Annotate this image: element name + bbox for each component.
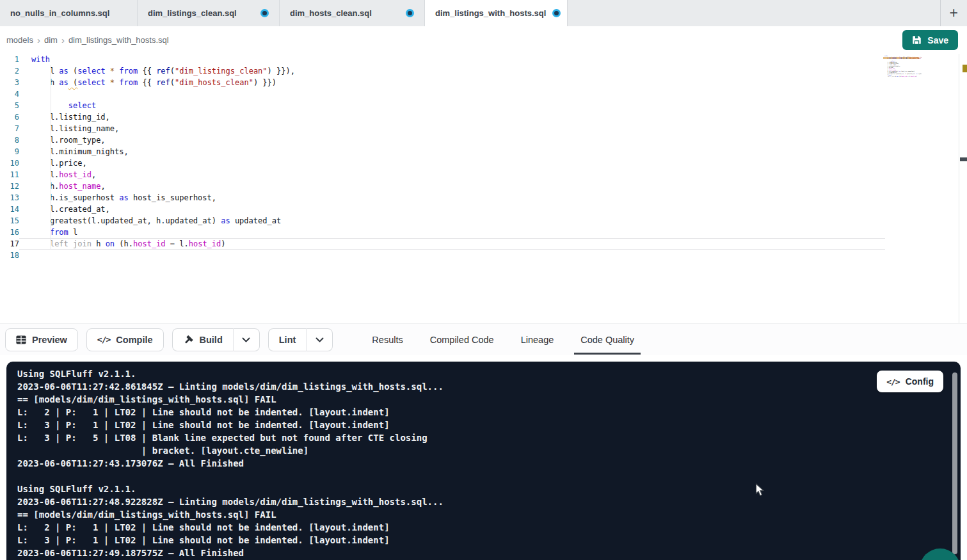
compile-button-label: Compile (116, 335, 152, 345)
line-number: 16 (0, 227, 19, 238)
overview-cursor-marker (960, 157, 967, 161)
code-line-content: h.is_superhost as host_is_superhost, (19, 192, 885, 204)
terminal-output: Using SQLFluff v2.1.1. 2023-06-06T11:27:… (6, 362, 961, 559)
line-number: 9 (0, 146, 19, 157)
code-line-4[interactable]: 4 (0, 88, 967, 100)
code-line-content: h as (select * from {{ ref("dim_hosts_cl… (19, 77, 885, 88)
code-line-18[interactable]: 18 (0, 250, 967, 261)
code-brackets-icon: </> (886, 377, 899, 387)
code-line-12[interactable]: 12 h.host_name, (0, 180, 967, 192)
code-line-5[interactable]: 5 select (0, 100, 967, 111)
code-line-1[interactable]: 1with (0, 54, 967, 65)
terminal-scrollbar-thumb[interactable] (952, 372, 957, 554)
unsaved-changes-icon (552, 9, 561, 17)
editor-action-toolbar: Preview </> Compile Build Lint (0, 323, 967, 355)
lint-button[interactable]: Lint (268, 328, 307, 351)
code-line-16[interactable]: 16 from l (0, 227, 967, 238)
lint-options-dropdown[interactable] (306, 328, 333, 351)
tab-bar-actions: + (940, 0, 967, 26)
code-line-content: h.host_name, (19, 180, 885, 192)
build-button[interactable]: Build (172, 328, 233, 351)
code-line-8[interactable]: 8 l.room_type, (0, 134, 967, 146)
line-number: 7 (0, 123, 19, 134)
code-line-7[interactable]: 7 l.listing_name, (0, 123, 967, 134)
build-button-label: Build (200, 335, 223, 345)
code-line-content: l.host_id, (19, 169, 885, 180)
open-file-tabs: no_nulls_in_columns.sqldim_listings_clea… (0, 0, 568, 26)
code-line-3[interactable]: 3 h as (select * from {{ ref("dim_hosts_… (0, 77, 967, 88)
compile-button[interactable]: </> Compile (86, 328, 164, 351)
code-lines: 1with2 l as (select * from {{ ref("dim_l… (0, 54, 967, 323)
line-number: 11 (0, 169, 19, 180)
code-line-2[interactable]: 2 l as (select * from {{ ref("dim_listin… (0, 65, 967, 77)
hammer-icon (183, 335, 194, 345)
unsaved-changes-icon (406, 9, 414, 17)
code-line-content: greatest(l.updated_at, h.updated_at) as … (19, 215, 885, 227)
config-button-label: Config (906, 376, 934, 387)
code-line-content: l.minimum_nights, (19, 146, 885, 157)
code-line-content: l.room_type, (19, 134, 885, 146)
preview-button[interactable]: Preview (5, 328, 78, 351)
code-line-9[interactable]: 9 l.minimum_nights, (0, 146, 967, 157)
breadcrumb-item-file[interactable]: dim_listings_with_hosts.sql (68, 35, 169, 45)
code-line-13[interactable]: 13 h.is_superhost as host_is_superhost, (0, 192, 967, 204)
line-number: 6 (0, 111, 19, 123)
lint-button-group: Lint (268, 328, 333, 351)
minimap[interactable]: with l as (select * from {{ ref("dim_lis… (884, 55, 922, 78)
code-line-content: l as (select * from {{ ref("dim_listings… (19, 65, 885, 77)
code-line-content: l.listing_name, (19, 123, 885, 134)
lint-button-label: Lint (279, 335, 296, 345)
new-file-button[interactable]: + (950, 6, 958, 20)
code-line-content (19, 88, 885, 100)
line-number: 4 (0, 88, 19, 100)
file-tab-dim_listings_clean.sql[interactable]: dim_listings_clean.sql (138, 0, 280, 26)
line-number: 12 (0, 180, 19, 192)
breadcrumb-separator-icon: › (37, 35, 40, 45)
line-number: 2 (0, 65, 19, 77)
code-line-11[interactable]: 11 l.host_id, (0, 169, 967, 180)
build-options-dropdown[interactable] (233, 328, 260, 351)
code-line-15[interactable]: 15 greatest(l.updated_at, h.updated_at) … (0, 215, 967, 227)
preview-button-label: Preview (32, 335, 67, 345)
line-number: 5 (0, 100, 19, 111)
chevron-down-icon (316, 337, 324, 342)
results-tab-compiled-code[interactable]: Compiled Code (429, 325, 495, 355)
lint-output-terminal: Using SQLFluff v2.1.1. 2023-06-06T11:27:… (6, 362, 961, 560)
unsaved-changes-icon (260, 9, 269, 17)
code-line-10[interactable]: 10 l.price, (0, 157, 967, 169)
file-tab-dim_hosts_clean.sql[interactable]: dim_hosts_clean.sql (280, 0, 425, 26)
line-number: 18 (0, 250, 19, 261)
minimap-line: h as (select * from {{ ref("dim_hosts_cl… (884, 58, 922, 59)
results-tab-results[interactable]: Results (371, 325, 404, 355)
code-line-content: l.created_at, (19, 204, 885, 215)
breadcrumb-item-dim[interactable]: dim (44, 35, 58, 45)
file-tab-dim_listings_with_hosts.sql[interactable]: dim_listings_with_hosts.sql (425, 0, 568, 26)
code-line-17[interactable]: 17 left join h on (h.host_id = l.host_id… (0, 238, 967, 250)
file-tab-no_nulls_in_columns.sql[interactable]: no_nulls_in_columns.sql (0, 0, 138, 26)
minimap-line: left join h on (h.host_id = l.host_id) (884, 76, 922, 77)
results-tab-code-quality[interactable]: Code Quality (579, 325, 635, 355)
code-line-content: l.price, (19, 157, 885, 169)
config-button[interactable]: </> Config (877, 371, 943, 392)
code-line-content: select (19, 100, 885, 111)
code-line-content: l.listing_id, (19, 111, 885, 123)
code-line-6[interactable]: 6 l.listing_id, (0, 111, 967, 123)
line-number: 13 (0, 192, 19, 204)
code-line-14[interactable]: 14 l.created_at, (0, 204, 967, 215)
line-number: 3 (0, 77, 19, 88)
line-number: 10 (0, 157, 19, 169)
file-tab-label: dim_listings_clean.sql (148, 8, 237, 18)
breadcrumb-separator-icon: › (61, 35, 65, 45)
code-line-content (19, 250, 885, 261)
code-line-content: from l (19, 227, 885, 238)
code-line-content: left join h on (h.host_id = l.host_id) (19, 238, 885, 250)
results-tab-lineage[interactable]: Lineage (520, 325, 555, 355)
save-button[interactable]: Save (902, 30, 958, 50)
results-tab-bar: ResultsCompiled CodeLineageCode Quality (371, 324, 635, 355)
line-number: 8 (0, 134, 19, 146)
indent-guide-line (51, 65, 51, 250)
floppy-icon (912, 35, 922, 45)
code-editor[interactable]: 1with2 l as (select * from {{ ref("dim_l… (0, 54, 967, 323)
build-button-group: Build (172, 328, 260, 351)
breadcrumb-item-models[interactable]: models (6, 35, 33, 45)
